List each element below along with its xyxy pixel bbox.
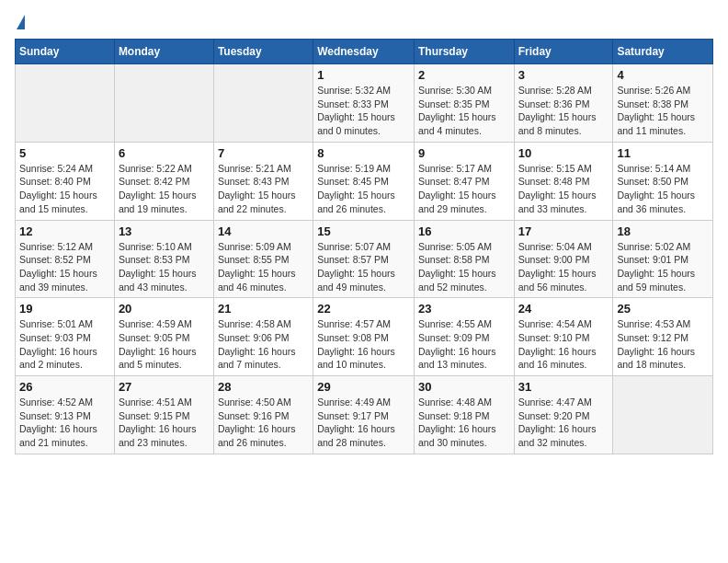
day-detail: Sunrise: 5:01 AM Sunset: 9:03 PM Dayligh… — [19, 317, 110, 372]
header-saturday: Saturday — [613, 40, 713, 64]
calendar-cell: 19Sunrise: 5:01 AM Sunset: 9:03 PM Dayli… — [16, 298, 115, 376]
calendar-cell: 4Sunrise: 5:26 AM Sunset: 8:38 PM Daylig… — [613, 64, 713, 143]
header-friday: Friday — [514, 40, 613, 64]
day-detail: Sunrise: 5:14 AM Sunset: 8:50 PM Dayligh… — [617, 162, 709, 216]
day-detail: Sunrise: 5:24 AM Sunset: 8:40 PM Dayligh… — [19, 162, 110, 216]
calendar-cell: 6Sunrise: 5:22 AM Sunset: 8:42 PM Daylig… — [114, 142, 213, 220]
day-number: 31 — [518, 380, 609, 394]
day-detail: Sunrise: 4:48 AM Sunset: 9:18 PM Dayligh… — [418, 396, 510, 450]
day-detail: Sunrise: 4:57 AM Sunset: 9:08 PM Dayligh… — [317, 317, 410, 372]
calendar-cell: 15Sunrise: 5:07 AM Sunset: 8:57 PM Dayli… — [313, 220, 415, 298]
calendar-table: SundayMondayTuesdayWednesdayThursdayFrid… — [15, 39, 713, 454]
day-detail: Sunrise: 4:47 AM Sunset: 9:20 PM Dayligh… — [518, 396, 609, 450]
day-detail: Sunrise: 5:04 AM Sunset: 9:00 PM Dayligh… — [518, 240, 609, 294]
day-detail: Sunrise: 5:15 AM Sunset: 8:48 PM Dayligh… — [518, 162, 609, 216]
calendar-cell: 31Sunrise: 4:47 AM Sunset: 9:20 PM Dayli… — [514, 376, 613, 454]
day-number: 7 — [218, 146, 309, 160]
calendar-cell: 1Sunrise: 5:32 AM Sunset: 8:33 PM Daylig… — [313, 64, 415, 143]
day-number: 10 — [518, 146, 609, 160]
day-number: 18 — [617, 224, 709, 238]
logo-arrow-icon — [17, 15, 25, 29]
day-detail: Sunrise: 4:49 AM Sunset: 9:17 PM Dayligh… — [317, 396, 410, 450]
day-detail: Sunrise: 4:58 AM Sunset: 9:06 PM Dayligh… — [218, 317, 309, 372]
day-detail: Sunrise: 5:21 AM Sunset: 8:43 PM Dayligh… — [218, 162, 309, 216]
calendar-week-5: 26Sunrise: 4:52 AM Sunset: 9:13 PM Dayli… — [16, 376, 713, 454]
calendar-cell: 16Sunrise: 5:05 AM Sunset: 8:58 PM Dayli… — [414, 220, 514, 298]
day-number: 11 — [617, 146, 709, 160]
calendar-week-4: 19Sunrise: 5:01 AM Sunset: 9:03 PM Dayli… — [16, 298, 713, 376]
calendar-cell: 3Sunrise: 5:28 AM Sunset: 8:36 PM Daylig… — [514, 64, 613, 143]
calendar-cell: 23Sunrise: 4:55 AM Sunset: 9:09 PM Dayli… — [414, 298, 514, 376]
day-detail: Sunrise: 5:17 AM Sunset: 8:47 PM Dayligh… — [418, 162, 510, 216]
day-number: 13 — [119, 224, 210, 238]
day-detail: Sunrise: 5:07 AM Sunset: 8:57 PM Dayligh… — [317, 240, 410, 294]
header-tuesday: Tuesday — [213, 40, 313, 64]
day-detail: Sunrise: 5:19 AM Sunset: 8:45 PM Dayligh… — [317, 162, 410, 216]
day-detail: Sunrise: 4:50 AM Sunset: 9:16 PM Dayligh… — [218, 396, 309, 450]
calendar-cell: 11Sunrise: 5:14 AM Sunset: 8:50 PM Dayli… — [613, 142, 713, 220]
calendar-cell — [213, 64, 313, 143]
day-detail: Sunrise: 5:28 AM Sunset: 8:36 PM Dayligh… — [518, 84, 609, 138]
calendar-cell: 24Sunrise: 4:54 AM Sunset: 9:10 PM Dayli… — [514, 298, 613, 376]
day-number: 20 — [119, 302, 210, 316]
calendar-cell: 28Sunrise: 4:50 AM Sunset: 9:16 PM Dayli… — [213, 376, 313, 454]
calendar-cell — [16, 64, 115, 143]
calendar-cell: 25Sunrise: 4:53 AM Sunset: 9:12 PM Dayli… — [613, 298, 713, 376]
day-number: 6 — [119, 146, 210, 160]
day-number: 19 — [19, 302, 110, 316]
calendar-cell: 22Sunrise: 4:57 AM Sunset: 9:08 PM Dayli… — [313, 298, 415, 376]
calendar-cell — [613, 376, 713, 454]
calendar-cell: 2Sunrise: 5:30 AM Sunset: 8:35 PM Daylig… — [414, 64, 514, 143]
day-number: 21 — [218, 302, 309, 316]
calendar-cell: 12Sunrise: 5:12 AM Sunset: 8:52 PM Dayli… — [16, 220, 115, 298]
calendar-cell: 29Sunrise: 4:49 AM Sunset: 9:17 PM Dayli… — [313, 376, 415, 454]
day-number: 27 — [119, 380, 210, 394]
header-sunday: Sunday — [16, 40, 115, 64]
day-number: 9 — [418, 146, 510, 160]
day-detail: Sunrise: 5:02 AM Sunset: 9:01 PM Dayligh… — [617, 240, 709, 294]
day-detail: Sunrise: 4:59 AM Sunset: 9:05 PM Dayligh… — [119, 317, 210, 372]
calendar-cell: 9Sunrise: 5:17 AM Sunset: 8:47 PM Daylig… — [414, 142, 514, 220]
day-number: 1 — [317, 68, 410, 82]
day-detail: Sunrise: 4:52 AM Sunset: 9:13 PM Dayligh… — [19, 396, 110, 450]
calendar-week-3: 12Sunrise: 5:12 AM Sunset: 8:52 PM Dayli… — [16, 220, 713, 298]
day-detail: Sunrise: 4:54 AM Sunset: 9:10 PM Dayligh… — [518, 317, 609, 372]
day-detail: Sunrise: 4:53 AM Sunset: 9:12 PM Dayligh… — [617, 317, 709, 372]
calendar-cell: 30Sunrise: 4:48 AM Sunset: 9:18 PM Dayli… — [414, 376, 514, 454]
day-number: 25 — [617, 302, 709, 316]
calendar-week-2: 5Sunrise: 5:24 AM Sunset: 8:40 PM Daylig… — [16, 142, 713, 220]
calendar-cell: 13Sunrise: 5:10 AM Sunset: 8:53 PM Dayli… — [114, 220, 213, 298]
day-detail: Sunrise: 5:32 AM Sunset: 8:33 PM Dayligh… — [317, 84, 410, 138]
day-detail: Sunrise: 5:22 AM Sunset: 8:42 PM Dayligh… — [119, 162, 210, 216]
calendar-cell: 5Sunrise: 5:24 AM Sunset: 8:40 PM Daylig… — [16, 142, 115, 220]
day-number: 8 — [317, 146, 410, 160]
day-number: 17 — [518, 224, 609, 238]
header-monday: Monday — [114, 40, 213, 64]
day-detail: Sunrise: 5:12 AM Sunset: 8:52 PM Dayligh… — [19, 240, 110, 294]
calendar-cell: 8Sunrise: 5:19 AM Sunset: 8:45 PM Daylig… — [313, 142, 415, 220]
day-detail: Sunrise: 5:26 AM Sunset: 8:38 PM Dayligh… — [617, 84, 709, 138]
day-number: 23 — [418, 302, 510, 316]
calendar-cell: 27Sunrise: 4:51 AM Sunset: 9:15 PM Dayli… — [114, 376, 213, 454]
day-number: 16 — [418, 224, 510, 238]
logo — [15, 15, 25, 29]
calendar-cell: 17Sunrise: 5:04 AM Sunset: 9:00 PM Dayli… — [514, 220, 613, 298]
day-number: 4 — [617, 68, 709, 82]
day-number: 15 — [317, 224, 410, 238]
day-number: 28 — [218, 380, 309, 394]
calendar-cell — [114, 64, 213, 143]
day-number: 14 — [218, 224, 309, 238]
day-detail: Sunrise: 5:30 AM Sunset: 8:35 PM Dayligh… — [418, 84, 510, 138]
day-number: 22 — [317, 302, 410, 316]
calendar-week-1: 1Sunrise: 5:32 AM Sunset: 8:33 PM Daylig… — [16, 64, 713, 143]
day-number: 24 — [518, 302, 609, 316]
day-detail: Sunrise: 5:10 AM Sunset: 8:53 PM Dayligh… — [119, 240, 210, 294]
day-detail: Sunrise: 4:51 AM Sunset: 9:15 PM Dayligh… — [119, 396, 210, 450]
calendar-cell: 20Sunrise: 4:59 AM Sunset: 9:05 PM Dayli… — [114, 298, 213, 376]
day-detail: Sunrise: 5:09 AM Sunset: 8:55 PM Dayligh… — [218, 240, 309, 294]
page-header — [15, 15, 713, 29]
day-number: 26 — [19, 380, 110, 394]
calendar-cell: 7Sunrise: 5:21 AM Sunset: 8:43 PM Daylig… — [213, 142, 313, 220]
header-thursday: Thursday — [414, 40, 514, 64]
header-wednesday: Wednesday — [313, 40, 415, 64]
